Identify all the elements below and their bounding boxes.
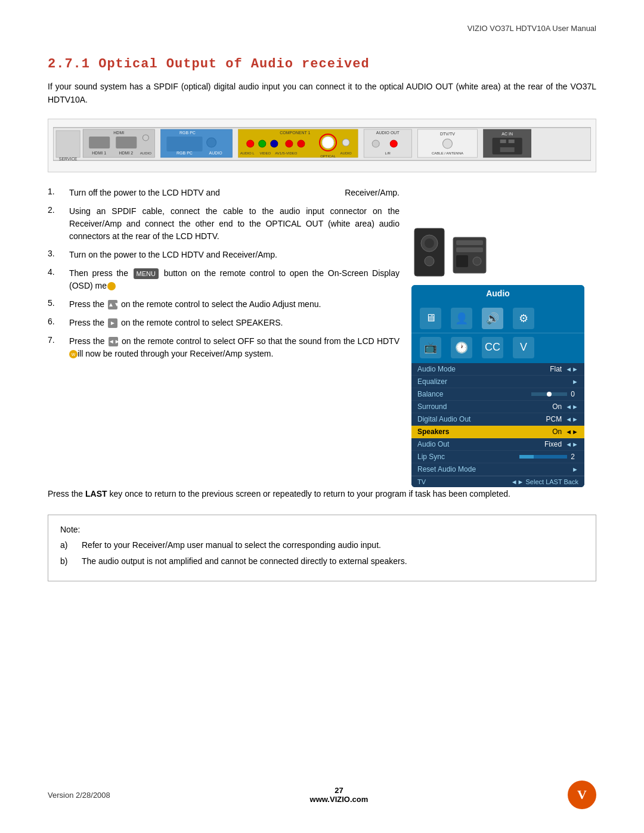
rear-panel-svg: SERVICE HDMI HDMI 1 HDMI 2 AUDIO RGB PC … bbox=[53, 122, 591, 169]
osd-rows: Audio Mode Flat ◄► Equalizer ► Balance 0 bbox=[411, 363, 584, 487]
arrow-icon-6: ► bbox=[108, 318, 117, 328]
osd-row-speakers: Speakers On ◄► bbox=[411, 426, 584, 438]
lipsync-bar bbox=[519, 455, 567, 459]
osd-row-lipsync: Lip Sync 2 bbox=[411, 451, 584, 463]
osd-row-audiomode: Audio Mode Flat ◄► bbox=[411, 363, 584, 376]
note-box: Note: a) Refer to your Receiver/Amp user… bbox=[48, 515, 596, 581]
header-title: VIZIO VO37L HDTV10A User Manual bbox=[467, 24, 596, 33]
osd-icons-row1: 🖥 👤 🔊 ⚙ bbox=[411, 302, 584, 333]
svg-rect-13 bbox=[166, 137, 202, 151]
step-7: 7. Press the ◄► on the remote control to… bbox=[48, 335, 400, 360]
svg-text:HDMI: HDMI bbox=[113, 131, 124, 135]
svg-point-22 bbox=[286, 140, 293, 147]
steps-column: 1. Turn off the power to the LCD HDTV an… bbox=[48, 187, 400, 487]
footer-logo-area: V bbox=[568, 781, 596, 809]
svg-point-49 bbox=[425, 239, 434, 248]
intro-paragraph: If your sound system has a SPDIF (optica… bbox=[48, 80, 596, 107]
osd-icon-vchip: V bbox=[513, 337, 534, 358]
page-header: VIZIO VO37L HDTV10A User Manual bbox=[48, 24, 596, 33]
svg-point-21 bbox=[271, 140, 278, 147]
menu-button: MENU bbox=[134, 268, 159, 280]
rear-panel-diagram: SERVICE HDMI HDMI 1 HDMI 2 AUDIO RGB PC … bbox=[48, 119, 596, 172]
step-2-text: Using an SPDIF cable, connect the cable … bbox=[69, 205, 400, 243]
svg-point-55 bbox=[473, 257, 481, 265]
svg-point-28 bbox=[322, 137, 334, 148]
step-4-text: Then press the MENU button on the remote… bbox=[69, 267, 400, 292]
svg-point-20 bbox=[259, 140, 266, 147]
note-label: Note: bbox=[60, 525, 584, 534]
note-text-b: The audio output is not amplified and ca… bbox=[82, 555, 407, 568]
osd-row-surround: Surround On ◄► bbox=[411, 401, 584, 413]
osd-footer: TV ◄► Select LAST Back bbox=[411, 476, 584, 487]
vizio-v-icon: V bbox=[577, 787, 587, 803]
osd-footer-tv: TV bbox=[417, 478, 426, 485]
osd-icon-settings: ⚙ bbox=[513, 308, 534, 329]
osd-icons-row2: 📺 🕐 CC V bbox=[411, 333, 584, 363]
osd-icon-picture: 👤 bbox=[451, 308, 472, 329]
note-text-a: Refer to your Receiver/Amp user manual t… bbox=[82, 539, 381, 552]
svg-text:RGB PC: RGB PC bbox=[177, 151, 193, 155]
osd-row-audioout: Audio Out Fixed ◄► bbox=[411, 438, 584, 451]
speaker-image-area bbox=[411, 222, 596, 284]
osd-icon-clock: 🕐 bbox=[451, 337, 472, 358]
svg-rect-52 bbox=[456, 240, 483, 245]
svg-point-34 bbox=[372, 140, 379, 147]
svg-text:AUDIO OUT: AUDIO OUT bbox=[376, 131, 400, 135]
arrow-icon-5: ▲▼ bbox=[108, 300, 117, 309]
note-item-b: b) The audio output is not amplified and… bbox=[60, 555, 584, 568]
svg-rect-44 bbox=[500, 140, 506, 143]
svg-point-35 bbox=[390, 140, 397, 147]
svg-rect-54 bbox=[456, 255, 468, 267]
section-title: 2.7.1 Optical Output of Audio received bbox=[48, 57, 596, 72]
svg-text:OPTICAL: OPTICAL bbox=[320, 154, 336, 158]
step-5: 5. Press the ▲▼ on the remote control to… bbox=[48, 298, 400, 311]
footer-version: Version 2/28/2008 bbox=[48, 791, 110, 800]
vizio-logo: V bbox=[568, 781, 596, 809]
step-1: 1. Turn off the power to the LCD HDTV an… bbox=[48, 187, 400, 199]
svg-text:VIDEO: VIDEO bbox=[259, 151, 271, 155]
arrow-icon-7: ◄► bbox=[109, 337, 118, 346]
svg-point-30 bbox=[342, 139, 349, 146]
svg-rect-6 bbox=[116, 137, 137, 148]
footer-website: www.VIZIO.com bbox=[310, 795, 369, 804]
osd-footer-nav: ◄► Select LAST Back bbox=[511, 478, 578, 485]
side-column: Audio 🖥 👤 🔊 ⚙ 📺 🕐 CC V bbox=[411, 187, 596, 487]
speaker-svg bbox=[411, 222, 489, 282]
balance-bar bbox=[531, 392, 567, 396]
osd-row-equalizer: Equalizer ► bbox=[411, 376, 584, 388]
svg-rect-53 bbox=[456, 247, 483, 252]
svg-point-19 bbox=[247, 140, 254, 147]
last-key-paragraph: Press the LAST Press the LAST key once t… bbox=[48, 487, 596, 500]
footer-page: 27 bbox=[335, 786, 343, 795]
step-3: 3. Turn on the power to the LCD HDTV and… bbox=[48, 249, 400, 261]
osd-icon-tv: 📺 bbox=[420, 337, 441, 358]
osd-icon-sound: 🔊 bbox=[482, 308, 503, 329]
osd-row-balance: Balance 0 bbox=[411, 388, 584, 401]
step-1-right: Receiver/Amp. bbox=[345, 187, 400, 199]
svg-text:SERVICE: SERVICE bbox=[59, 157, 78, 161]
svg-point-9 bbox=[143, 135, 148, 141]
svg-text:HDMI 1: HDMI 1 bbox=[92, 151, 106, 155]
svg-rect-46 bbox=[500, 147, 515, 152]
step-2: 2. Using an SPDIF cable, connect the cab… bbox=[48, 205, 400, 243]
osd-row-reset: Reset Audio Mode ► bbox=[411, 463, 584, 476]
last-key-bold: LAST bbox=[85, 489, 107, 498]
note-item-a: a) Refer to your Receiver/Amp user manua… bbox=[60, 539, 584, 552]
svg-text:AUDIO: AUDIO bbox=[209, 151, 223, 155]
svg-text:HDMI 2: HDMI 2 bbox=[119, 151, 133, 155]
step-7-text: Press the ◄► on the remote control to se… bbox=[69, 335, 400, 360]
step-6-text: Press the ► on the remote control to sel… bbox=[69, 317, 400, 329]
svg-point-23 bbox=[298, 140, 305, 147]
svg-text:AUDIO: AUDIO bbox=[340, 151, 352, 155]
step-3-text: Turn on the power to the LCD HDTV and Re… bbox=[69, 249, 400, 261]
osd-icon-audio: 🖥 bbox=[420, 308, 441, 329]
svg-text:AC IN: AC IN bbox=[501, 132, 513, 136]
svg-point-15 bbox=[207, 138, 216, 147]
svg-text:AUDIO L: AUDIO L bbox=[240, 151, 255, 155]
svg-text:COMPONENT 1: COMPONENT 1 bbox=[280, 131, 310, 135]
osd-title: Audio bbox=[411, 285, 584, 302]
svg-text:L/R: L/R bbox=[385, 151, 391, 155]
svg-text:DTV/TV: DTV/TV bbox=[440, 132, 455, 136]
page-footer: Version 2/28/2008 27 www.VIZIO.com V bbox=[48, 781, 596, 809]
svg-text:RGB PC: RGB PC bbox=[179, 131, 196, 135]
